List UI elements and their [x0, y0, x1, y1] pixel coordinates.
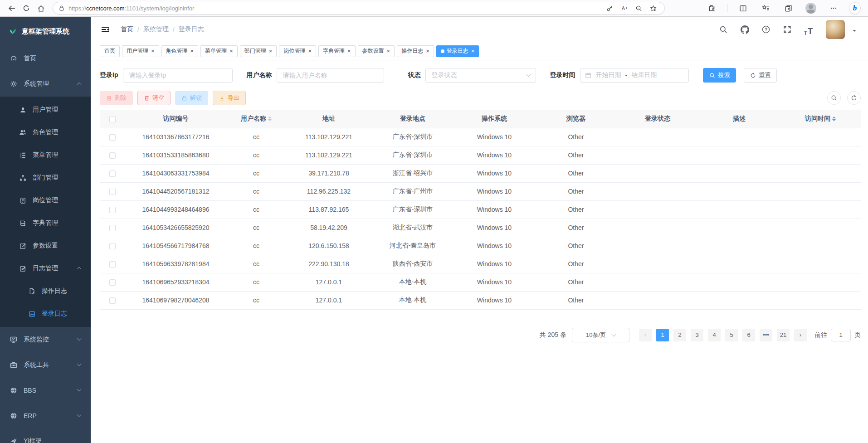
login-ip-input[interactable]: [123, 68, 233, 83]
page-number-button[interactable]: 4: [708, 329, 721, 341]
close-tab-icon[interactable]: ×: [269, 48, 273, 54]
close-tab-icon[interactable]: ×: [308, 48, 312, 54]
copilot-icon[interactable]: b: [849, 2, 861, 14]
clear-button[interactable]: 清空: [137, 91, 171, 105]
page-number-button[interactable]: 21: [777, 329, 790, 341]
sidebar-item-post-management[interactable]: 岗位管理: [0, 189, 91, 212]
page-size-select[interactable]: 10条/页: [572, 328, 629, 342]
reset-button[interactable]: 重置: [744, 68, 777, 83]
row-checkbox[interactable]: [109, 189, 116, 195]
close-tab-icon[interactable]: ×: [151, 48, 155, 54]
read-aloud-icon[interactable]: A: [618, 3, 630, 14]
page-number-button[interactable]: 3: [691, 329, 703, 341]
page-number-button[interactable]: 1: [656, 329, 669, 341]
extensions-icon[interactable]: [704, 1, 719, 15]
fullscreen-icon[interactable]: [780, 23, 794, 36]
sidebar-item-log-management[interactable]: 日志管理: [0, 257, 91, 280]
page-tab[interactable]: 用户管理 ×: [122, 45, 159, 57]
browser-refresh-icon[interactable]: [19, 1, 34, 15]
row-checkbox[interactable]: [109, 225, 116, 231]
table-search-toggle-icon[interactable]: [827, 91, 841, 105]
search-button[interactable]: 搜索: [703, 68, 736, 83]
column-header-access-time[interactable]: 访问时间: [780, 110, 861, 128]
avatar[interactable]: [826, 20, 845, 39]
row-checkbox[interactable]: [109, 279, 116, 286]
avatar-dropdown-caret[interactable]: [853, 30, 856, 34]
address-bar[interactable]: https://ccnetcore.com:1101/system/log/lo…: [53, 2, 665, 15]
sidebar-item-bbs[interactable]: BBS: [0, 378, 91, 403]
help-icon[interactable]: ?: [759, 23, 773, 36]
sidebar-item-menu-management[interactable]: 菜单管理: [0, 144, 91, 166]
unlock-button[interactable]: 解锁: [175, 91, 208, 105]
close-tab-icon[interactable]: ×: [347, 48, 351, 54]
zoom-out-icon[interactable]: [633, 3, 644, 14]
tab-actions-icon[interactable]: [781, 1, 795, 15]
page-number-button[interactable]: 6: [742, 329, 755, 341]
select-all-checkbox[interactable]: [109, 116, 116, 122]
search-icon[interactable]: [717, 23, 730, 36]
key-icon[interactable]: [604, 3, 615, 14]
split-screen-icon[interactable]: [736, 1, 750, 15]
sidebar-item-user-management[interactable]: 用户管理: [0, 98, 91, 121]
page-tab[interactable]: 字典管理 ×: [318, 45, 356, 57]
sort-icon[interactable]: [832, 117, 836, 121]
column-header-user-name[interactable]: 用户名称: [227, 110, 286, 128]
font-size-icon[interactable]: TT: [802, 23, 815, 36]
breadcrumb-home[interactable]: 首页: [121, 25, 133, 34]
sidebar-item-parameter-settings[interactable]: 参数设置: [0, 234, 91, 257]
sidebar-item-yi-framework[interactable]: Yi框架: [0, 428, 91, 443]
close-tab-icon[interactable]: ×: [426, 48, 429, 54]
sidebar-item-home[interactable]: 首页: [0, 46, 91, 71]
row-checkbox[interactable]: [109, 152, 116, 159]
add-favorite-icon[interactable]: [647, 3, 659, 14]
page-tab[interactable]: 角色管理 ×: [161, 45, 199, 57]
browser-profile-icon[interactable]: [804, 1, 818, 15]
browser-back-icon[interactable]: [5, 1, 19, 15]
next-page-button[interactable]: ›: [794, 329, 807, 341]
sidebar-item-system-tools[interactable]: 系统工具: [0, 352, 91, 378]
sidebar-item-dictionary-management[interactable]: 字典管理: [0, 212, 91, 234]
page-tab[interactable]: 岗位管理 ×: [279, 45, 316, 57]
page-tab[interactable]: 操作日志 ×: [397, 45, 434, 57]
page-number-button[interactable]: 5: [725, 329, 738, 341]
sort-icon[interactable]: [268, 117, 272, 121]
close-tab-icon[interactable]: ×: [387, 48, 390, 54]
export-button[interactable]: 导出: [213, 91, 246, 105]
sidebar-item-role-management[interactable]: 角色管理: [0, 121, 91, 144]
sidebar-item-operation-log[interactable]: 操作日志: [0, 280, 91, 302]
row-checkbox[interactable]: [109, 170, 116, 177]
page-tab[interactable]: 首页 ×: [100, 45, 120, 57]
page-number-button[interactable]: 2: [673, 329, 686, 341]
page-tab[interactable]: 登录日志 ×: [436, 45, 479, 57]
sidebar-item-department-management[interactable]: 部门管理: [0, 166, 91, 189]
browser-home-icon[interactable]: [34, 1, 48, 15]
page-tab[interactable]: 菜单管理 ×: [200, 45, 238, 57]
app-logo[interactable]: 意框架管理系统: [0, 17, 91, 46]
sidebar-item-system-monitor[interactable]: 系统监控: [0, 327, 91, 352]
row-checkbox[interactable]: [109, 297, 116, 304]
collections-icon[interactable]: [758, 1, 773, 15]
close-tab-icon[interactable]: ×: [229, 48, 233, 54]
row-checkbox[interactable]: [109, 261, 116, 268]
sidebar-item-login-log[interactable]: 登录日志: [0, 302, 91, 325]
date-range-picker[interactable]: 开始日期 - 结束日期: [580, 68, 689, 83]
user-name-input[interactable]: [277, 68, 384, 83]
row-checkbox[interactable]: [109, 243, 116, 249]
browser-more-icon[interactable]: [826, 1, 841, 15]
page-tab[interactable]: 参数设置 ×: [358, 45, 395, 57]
row-checkbox[interactable]: [109, 134, 116, 141]
table-refresh-icon[interactable]: [847, 91, 861, 105]
page-number-button[interactable]: •••: [760, 329, 772, 341]
goto-page-input[interactable]: [831, 329, 851, 341]
sidebar-item-erp[interactable]: ERP: [0, 403, 91, 428]
delete-button[interactable]: 删除: [100, 91, 133, 105]
github-icon[interactable]: [738, 23, 751, 36]
prev-page-button[interactable]: ‹: [639, 329, 652, 341]
close-tab-icon[interactable]: ×: [190, 48, 194, 54]
status-select[interactable]: 登录状态: [425, 68, 536, 83]
sidebar-collapse-icon[interactable]: [97, 21, 113, 38]
close-tab-icon[interactable]: ×: [471, 48, 475, 54]
row-checkbox[interactable]: [109, 207, 116, 213]
sidebar-item-system-management[interactable]: 系统管理: [0, 71, 91, 97]
page-tab[interactable]: 部门管理 ×: [240, 45, 277, 57]
